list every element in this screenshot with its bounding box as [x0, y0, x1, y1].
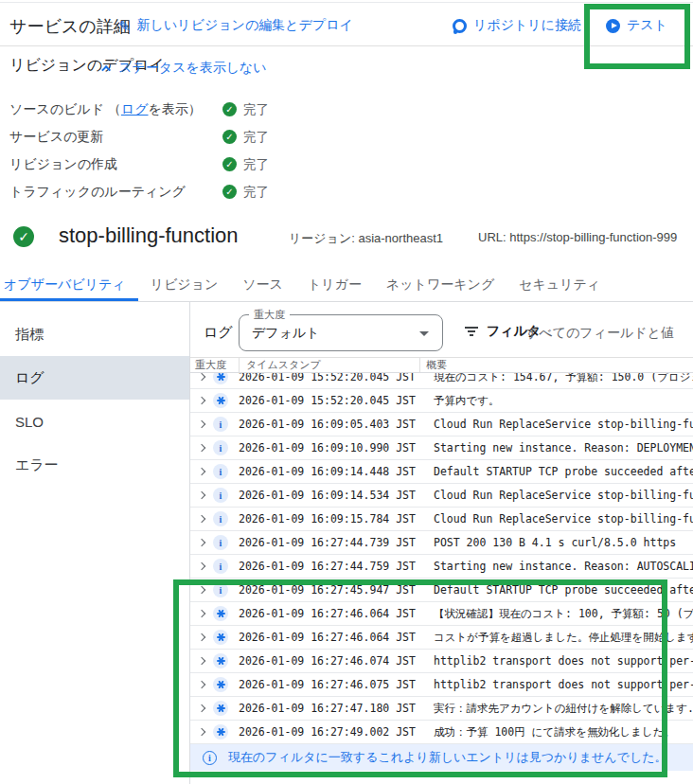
expand-chevron-icon[interactable] [198, 491, 205, 499]
sidebar-item-logs[interactable]: ログ [0, 356, 189, 400]
log-timestamp: 2026-01-09 16:09:10.990 JST [239, 441, 421, 454]
log-timestamp: 2026-01-09 15:52:20.045 JST [239, 373, 421, 383]
service-healthy-icon: ✓ [13, 226, 34, 247]
severity-dropdown[interactable]: 重大度 デフォルト [239, 314, 443, 351]
log-summary: Starting new instance. Reason: AUTOSCALI… [421, 560, 693, 573]
expand-chevron-icon[interactable] [198, 562, 205, 570]
log-summary: Default STARTUP TCP probe succeeded afte… [421, 465, 693, 478]
deploy-steps-list: ソースのビルド （ログを表示） ✓ 完了 サービスの更新 ✓ 完了 リビジョンの… [9, 96, 417, 205]
log-row[interactable]: i 2026-01-09 16:09:15.784 JST Cloud Run … [190, 508, 693, 531]
column-timestamp: タイムスタンプ [239, 358, 419, 372]
expand-chevron-icon[interactable] [198, 397, 205, 404]
check-circle-icon: ✓ [222, 157, 237, 171]
step-status-text: 完了 [243, 184, 269, 201]
log-toolbar: ログ 重大度 デフォルト フィルタ すべてのフィールドと値 [190, 302, 693, 357]
check-circle-icon: ✓ [222, 185, 237, 199]
expand-chevron-icon[interactable] [198, 610, 205, 617]
step-source-build: ソースのビルド （ログを表示） ✓ 完了 [9, 96, 417, 123]
show-log-link[interactable]: ログ [121, 101, 149, 116]
log-row[interactable]: i 2026-01-09 16:09:10.990 JST Starting n… [190, 437, 693, 460]
tab-triggers[interactable]: トリガー [295, 271, 374, 301]
log-summary: httplib2 transport does not support per-… [421, 678, 693, 691]
expand-chevron-icon[interactable] [198, 657, 205, 665]
expand-chevron-icon[interactable] [198, 444, 205, 452]
tab-observability[interactable]: オブザーバビリティ [0, 271, 138, 301]
log-row[interactable]: i 2026-01-09 16:27:46.074 JST httplib2 t… [190, 650, 693, 673]
check-circle-icon: ✓ [222, 102, 237, 116]
step-label: トラフィックのルーティング [9, 184, 222, 201]
service-heading: ✓ stop-billing-function リージョン: asia-nort… [0, 216, 693, 263]
log-row[interactable]: i 2026-01-09 16:27:44.739 JST POST 200 1… [190, 531, 693, 555]
tab-source[interactable]: ソース [230, 271, 295, 301]
expand-chevron-icon[interactable] [198, 539, 205, 546]
column-summary: 概要 [419, 358, 693, 372]
service-url[interactable]: URL: https://stop-billing-function-999 [478, 230, 677, 244]
severity-icon: i [213, 488, 228, 503]
step-service-update: サービスの更新 ✓ 完了 [9, 123, 417, 151]
log-row[interactable]: i 2026-01-09 16:27:49.002 JST 成功：予算 100円… [190, 721, 693, 744]
no-newer-entries-banner: i 現在のフィルタに一致するこれより新しいエントリは見つかりませんでした。 [190, 744, 693, 771]
tab-networking[interactable]: ネットワーキング [374, 271, 506, 301]
log-row[interactable]: i 2026-01-09 16:27:45.947 JST Default ST… [190, 579, 693, 602]
log-timestamp: 2026-01-09 16:27:45.947 JST [239, 583, 421, 597]
severity-icon: i [213, 393, 228, 408]
expand-chevron-icon[interactable] [198, 373, 205, 381]
filter-query-input[interactable]: すべてのフィールドと値 [525, 325, 674, 342]
no-newer-entries-text: 現在のフィルタに一致するこれより新しいエントリは見つかりませんでした。 [228, 749, 667, 766]
github-icon [453, 19, 467, 33]
column-severity: 重大度 [190, 358, 239, 372]
expand-chevron-icon[interactable] [198, 586, 205, 594]
log-summary: Cloud Run ReplaceService stop-billing-fu [421, 512, 693, 526]
log-panel: ログ 重大度 デフォルト フィルタ すべてのフィールドと値 重大度 タイムスタン… [190, 302, 693, 784]
hide-status-toggle[interactable]: ステータスを表示しない [104, 60, 267, 77]
expand-chevron-icon[interactable] [198, 633, 205, 641]
test-button[interactable]: テスト [606, 17, 667, 34]
page-header: サービスの詳細 ✎ 新しいリビジョンの編集とデプロイ リポジトリに接続 テスト [0, 2, 693, 46]
step-label: サービスの更新 [9, 129, 222, 146]
log-row[interactable]: i 2026-01-09 16:09:05.403 JST Cloud Run … [190, 413, 693, 437]
log-timestamp: 2026-01-09 16:09:14.534 JST [239, 489, 421, 502]
log-table-header: 重大度 タイムスタンプ 概要 [190, 357, 693, 373]
expand-chevron-icon[interactable] [198, 704, 205, 712]
expand-chevron-icon[interactable] [198, 515, 205, 523]
severity-icon: i [213, 582, 228, 597]
log-row[interactable]: i 2026-01-09 16:09:14.448 JST Default ST… [190, 460, 693, 484]
edit-deploy-revision-label: 新しいリビジョンの編集とデプロイ [137, 17, 353, 34]
connect-repository-button[interactable]: リポジトリに接続 [453, 17, 581, 34]
severity-icon: i [213, 559, 228, 574]
severity-icon: i [213, 440, 228, 455]
log-row[interactable]: i 2026-01-09 16:27:46.064 JST 【状況確認】現在のコ… [190, 602, 693, 626]
log-row[interactable]: i 2026-01-09 15:52:20.045 JST 予算内です。 [190, 389, 693, 413]
severity-icon: i [213, 701, 228, 716]
log-timestamp: 2026-01-09 16:27:47.180 JST [239, 702, 421, 715]
step-traffic-routing: トラフィックのルーティング ✓ 完了 [9, 178, 417, 205]
log-row[interactable]: i 2026-01-09 16:27:46.064 JST コストが予算を超過し… [190, 626, 693, 650]
tab-security[interactable]: セキュリティ [506, 271, 613, 301]
expand-chevron-icon[interactable] [198, 681, 205, 688]
edit-deploy-revision-button[interactable]: ✎ 新しいリビジョンの編集とデプロイ [118, 17, 353, 34]
sidebar-item-errors[interactable]: エラー [0, 443, 189, 487]
tab-revisions[interactable]: リビジョン [138, 271, 231, 301]
log-row[interactable]: i 2026-01-09 16:27:47.180 JST 実行：請求先アカウン… [190, 697, 693, 721]
pencil-icon: ✎ [118, 19, 131, 33]
log-row[interactable]: i 2026-01-09 16:27:44.759 JST Starting n… [190, 555, 693, 579]
log-row[interactable]: i 2026-01-09 16:27:46.075 JST httplib2 t… [190, 673, 693, 697]
sidebar-item-metrics[interactable]: 指標 [0, 312, 189, 356]
log-timestamp: 2026-01-09 16:27:44.739 JST [239, 536, 421, 549]
severity-dropdown-value: デフォルト [252, 325, 320, 342]
severity-icon: i [213, 373, 228, 384]
severity-icon: i [213, 464, 228, 479]
expand-chevron-icon[interactable] [198, 468, 205, 475]
chevron-down-icon [419, 331, 429, 336]
severity-icon: i [213, 724, 228, 739]
check-circle-icon: ✓ [222, 130, 237, 144]
sidebar-item-slo[interactable]: SLO [0, 400, 189, 443]
log-row[interactable]: i 2026-01-09 16:09:14.534 JST Cloud Run … [190, 484, 693, 508]
log-summary: Starting new instance. Reason: DEPLOYMEN… [421, 441, 693, 454]
expand-chevron-icon[interactable] [198, 728, 205, 736]
severity-icon: i [213, 630, 228, 645]
expand-chevron-icon[interactable] [198, 420, 205, 428]
log-row[interactable]: i 2026-01-09 15:52:20.045 JST 現在のコスト: 15… [190, 373, 693, 389]
log-summary: httplib2 transport does not support per-… [421, 654, 693, 668]
severity-icon: i [213, 535, 228, 550]
